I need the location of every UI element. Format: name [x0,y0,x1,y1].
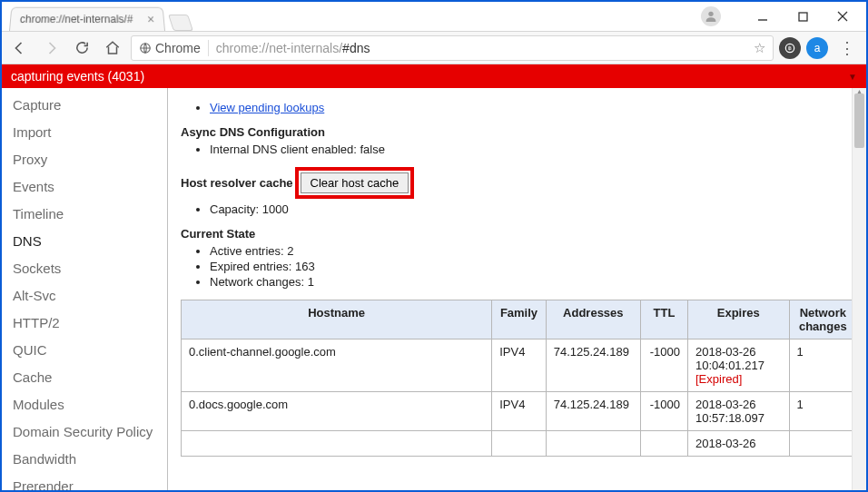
column-header: TTL [640,300,687,339]
table-cell: 74.125.24.189 [546,392,640,431]
scheme-label: Chrome [155,41,201,55]
column-header: Family [492,300,547,339]
browser-menu-button[interactable]: ⋮ [833,38,861,58]
table-cell [182,431,492,457]
sidebar-item-dns[interactable]: DNS [2,228,167,255]
clear-host-cache-button[interactable]: Clear host cache [301,172,409,193]
capacity-item: Capacity: 1000 [210,202,857,216]
sidebar-item-events[interactable]: Events [2,173,167,201]
tab-title: chrome://net-internals/# [19,13,133,25]
status-banner[interactable]: capturing events (4031) ▼ [2,64,866,88]
highlight-box: Clear host cache [295,167,415,199]
column-header: Hostname [182,300,492,339]
dns-table: HostnameFamilyAddressesTTLExpiresNetwork… [181,300,857,457]
sidebar-item-cache[interactable]: Cache [2,364,167,391]
sidebar-item-sockets[interactable]: Sockets [2,255,167,282]
reload-button[interactable] [69,35,94,61]
sidebar-item-bandwidth[interactable]: Bandwidth [2,446,167,473]
omnibox-separator [208,40,209,56]
scrollbar-thumb[interactable] [854,93,864,148]
table-cell: 1 [789,339,856,392]
sidebar: CaptureImportProxyEventsTimelineDNSSocke… [2,88,168,490]
table-cell: IPV4 [492,339,547,392]
scheme-chip: Chrome [139,41,201,55]
sidebar-item-http-2[interactable]: HTTP/2 [2,310,167,337]
resolver-cache-label: Host resolver cache [181,176,293,190]
window-close-button[interactable] [823,4,863,29]
close-icon[interactable]: × [147,12,155,26]
async-dns-item: Internal DNS client enabled: false [210,143,857,156]
sidebar-item-capture[interactable]: Capture [2,92,167,119]
table-cell: 2018-03-26 [687,431,789,457]
table-cell: -1000 [640,339,687,392]
chevron-down-icon[interactable]: ▼ [848,72,857,82]
svg-point-0 [708,12,713,16]
svg-text:฿: ฿ [788,44,792,51]
new-tab-button[interactable] [168,15,193,31]
browser-toolbar: Chrome chrome://net-internals/#dns ☆ ฿ a… [2,31,866,64]
table-cell [640,431,687,457]
url-text: chrome://net-internals/#dns [216,41,370,55]
table-cell [492,431,547,457]
table-cell: 2018-03-26 10:04:01.217[Expired] [687,339,789,392]
svg-rect-2 [799,13,807,21]
address-bar[interactable]: Chrome chrome://net-internals/#dns ☆ [131,35,774,61]
table-cell: -1000 [640,392,687,431]
table-cell [546,431,640,457]
column-header: Addresses [546,300,640,339]
main-panel: View pending lookups Async DNS Configura… [168,88,866,490]
table-cell [789,431,856,457]
table-row: 0.client-channel.google.comIPV474.125.24… [182,339,857,392]
table-row: 2018-03-26 [182,431,857,457]
back-button[interactable] [7,35,33,61]
async-dns-header: Async DNS Configuration [181,125,857,139]
current-state-header: Current State [181,227,857,241]
column-header: Network changes [789,300,856,339]
table-cell: 74.125.24.189 [546,339,640,392]
table-cell: 2018-03-26 10:57:18.097 [687,392,789,431]
vertical-scrollbar[interactable]: ▴ [852,88,866,490]
extension-icon-1[interactable]: ฿ [779,37,801,59]
pending-lookups-link[interactable]: View pending lookups [210,101,324,114]
sidebar-item-domain-security-policy[interactable]: Domain Security Policy [2,418,167,446]
sidebar-item-alt-svc[interactable]: Alt-Svc [2,282,167,310]
banner-text: capturing events (4031) [11,69,144,84]
home-button[interactable] [100,35,125,61]
table-cell: 0.docs.google.com [182,392,492,431]
sidebar-item-quic[interactable]: QUIC [2,337,167,364]
sidebar-item-prerender[interactable]: Prerender [2,473,167,490]
browser-tab[interactable]: chrome://net-internals/# × [9,7,165,31]
sidebar-item-modules[interactable]: Modules [2,391,167,418]
table-cell: 1 [789,392,856,431]
bookmark-star-icon[interactable]: ☆ [754,40,765,56]
extension-icon-2[interactable]: a [806,37,828,59]
sidebar-item-proxy[interactable]: Proxy [2,146,167,173]
state-item: Expired entries: 163 [210,260,857,273]
window-maximize-button[interactable] [783,4,823,29]
profile-icon[interactable] [701,6,721,26]
table-cell: 0.client-channel.google.com [182,339,492,392]
state-item: Network changes: 1 [210,275,857,289]
column-header: Expires [687,300,789,339]
forward-button[interactable] [38,35,64,61]
window-minimize-button[interactable] [743,4,783,29]
state-item: Active entries: 2 [210,244,857,258]
table-cell: IPV4 [492,392,547,431]
sidebar-item-import[interactable]: Import [2,119,167,146]
table-row: 0.docs.google.comIPV474.125.24.189-10002… [182,392,857,431]
sidebar-item-timeline[interactable]: Timeline [2,201,167,228]
